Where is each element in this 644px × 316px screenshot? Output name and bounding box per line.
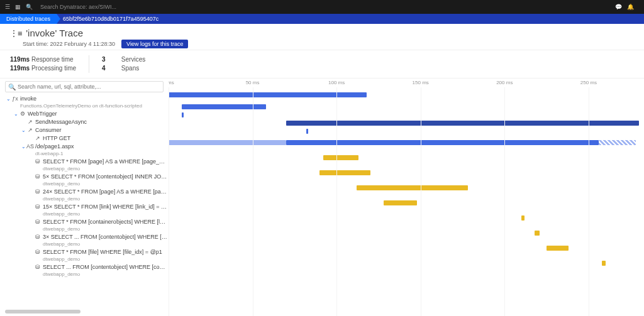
search-icon[interactable]: 🔍 — [26, 4, 33, 10]
span-node[interactable]: ⛁SELECT ... FROM [contentobject] WHERE [… — [5, 263, 169, 278]
axis-tick: 100 ms — [328, 80, 345, 85]
breadcrumb-trace[interactable]: 65bf2f5e6b710d8db0171f7a4595407c — [57, 14, 165, 24]
span-node[interactable]: ⌄⚙WebTrigger — [5, 110, 169, 118]
span-label: 5× SELECT * FROM [contentobject] INNER J… — [43, 173, 167, 180]
span-node[interactable]: ⛁5× SELECT * FROM [contentobject] INNER … — [5, 173, 169, 188]
span-label: SELECT ... FROM [contentobject] WHERE [c… — [43, 264, 167, 271]
gantt-row[interactable] — [169, 180, 644, 195]
gantt-row[interactable] — [169, 210, 644, 226]
span-label: HTTP GET — [43, 135, 70, 142]
span-sublabel: Functions.OpenTelemetryDemo on dt-functi… — [20, 102, 142, 109]
span-sublabel: dtwebapp_demo — [43, 195, 167, 202]
gantt-row[interactable] — [169, 256, 644, 271]
gantt-row[interactable] — [169, 127, 644, 135]
caret-icon[interactable]: ⌄ — [5, 95, 11, 102]
dashboard-icon[interactable]: ▦ — [15, 4, 21, 10]
breadcrumb: Distributed traces 65bf2f5e6b710d8db0171… — [0, 14, 644, 24]
gantt-row[interactable] — [169, 119, 644, 127]
trace-stats: 119ms Response time 119ms Processing tim… — [0, 50, 644, 79]
page-header: ⋮≡ 'invoke' Trace Start time: 2022 Febru… — [0, 24, 644, 50]
breadcrumb-root[interactable]: Distributed traces — [0, 14, 57, 24]
span-type-icon: ⛁ — [34, 204, 42, 210]
tree-scrollbar[interactable] — [5, 310, 169, 316]
caret-icon[interactable]: ⌄ — [20, 143, 26, 150]
span-node[interactable]: ↗SendMessageAsync — [5, 118, 169, 126]
gantt-bar[interactable] — [286, 121, 639, 126]
gantt-bar[interactable] — [169, 140, 286, 145]
gantt-row[interactable] — [169, 87, 644, 102]
page-title: 'invoke' Trace — [26, 28, 83, 38]
span-tree-panel: 🔍 ⌄ƒxinvokeFunctions.OpenTelemetryDemo o… — [0, 79, 169, 316]
start-time-value: 2022 February 4 11:28:30 — [50, 41, 116, 47]
start-time: Start time: 2022 February 4 11:28:30 — [23, 41, 115, 47]
span-node[interactable]: ⌄AS/de/page1.aspxdt-webapp-1 — [5, 143, 169, 158]
notifications-icon[interactable]: 🔔 — [627, 4, 634, 10]
caret-icon[interactable]: ⌄ — [20, 127, 26, 134]
gantt-row[interactable] — [169, 102, 644, 111]
response-time-value: 119ms — [10, 55, 30, 64]
gantt-bar[interactable] — [306, 129, 308, 134]
span-label: SELECT * FROM [containerobjects] WHERE [… — [43, 219, 167, 226]
breadcrumb-root-label: Distributed traces — [6, 16, 50, 22]
chat-icon[interactable]: 💬 — [615, 4, 622, 10]
span-label: SendMessageAsync — [35, 119, 87, 126]
gantt-row[interactable] — [169, 195, 644, 210]
span-type-icon: AS — [26, 143, 34, 150]
span-type-icon: ↗ — [34, 135, 42, 142]
span-label: Consumer — [35, 127, 62, 134]
span-label: invoke — [20, 95, 142, 102]
axis-tick: 50 ms — [246, 80, 260, 85]
global-search-placeholder[interactable]: Search Dynatrace: aex/SIWI... — [40, 4, 116, 10]
span-type-icon: ⛁ — [34, 249, 42, 256]
gantt-bar[interactable] — [599, 140, 636, 145]
span-node[interactable]: ⛁3× SELECT ... FROM [contentobject] WHER… — [5, 233, 169, 248]
gantt-bar[interactable] — [521, 215, 525, 221]
gantt-bar[interactable] — [547, 246, 569, 251]
gantt-bar[interactable] — [182, 104, 266, 109]
gantt-bar[interactable] — [602, 261, 605, 266]
span-search[interactable]: 🔍 — [5, 81, 164, 92]
gantt-bar[interactable] — [384, 200, 417, 205]
span-search-input[interactable] — [18, 84, 160, 90]
processing-time-label: Processing time — [31, 65, 76, 72]
gantt-row[interactable] — [169, 165, 644, 180]
services-value: 3 — [102, 55, 119, 64]
span-sublabel: dtwebapp_demo — [43, 165, 167, 172]
span-type-icon: ⚙ — [19, 111, 26, 117]
gantt-row[interactable] — [169, 111, 644, 119]
span-node[interactable]: ⛁24× SELECT * FROM [page] AS a WHERE [pa… — [5, 188, 169, 203]
span-type-icon: ⛁ — [34, 219, 42, 226]
span-node[interactable]: ⌄ƒxinvokeFunctions.OpenTelemetryDemo on … — [5, 95, 169, 110]
span-node[interactable]: ⌄↗Consumer — [5, 126, 169, 134]
span-node[interactable]: ⛁15× SELECT * FROM [link] WHERE [link_id… — [5, 203, 169, 218]
span-node[interactable]: ⛁SELECT * FROM [page] AS a WHERE [page_s… — [5, 158, 169, 173]
gantt-row[interactable] — [169, 135, 644, 150]
search-icon: 🔍 — [8, 84, 16, 90]
gantt-bar[interactable] — [182, 112, 184, 117]
gantt-bar[interactable] — [319, 170, 370, 175]
span-sublabel: dtwebapp_demo — [43, 256, 162, 263]
gantt-row[interactable] — [169, 241, 644, 256]
gantt-bar[interactable] — [286, 140, 599, 145]
span-node[interactable]: ↗HTTP GET — [5, 134, 169, 143]
span-type-icon: ⛁ — [34, 158, 42, 165]
spans-label: Spans — [121, 65, 139, 72]
processing-time-value: 119ms — [10, 64, 30, 73]
axis-tick: 0 ms — [169, 80, 174, 85]
gantt-row[interactable] — [169, 150, 644, 165]
span-sublabel: dtwebapp_demo — [43, 241, 167, 248]
axis-tick: 250 ms — [580, 80, 597, 85]
span-node[interactable]: ⛁SELECT * FROM [file] WHERE [file_idx] =… — [5, 248, 169, 263]
spans-value: 4 — [102, 64, 119, 73]
axis-tick: 150 ms — [413, 80, 429, 85]
caret-icon[interactable]: ⌄ — [13, 111, 19, 117]
gantt-bar[interactable] — [357, 185, 467, 190]
gantt-bar[interactable] — [535, 231, 540, 236]
menu-icon[interactable]: ☰ — [5, 4, 10, 10]
gantt-row[interactable] — [169, 226, 644, 241]
view-logs-button[interactable]: View logs for this trace — [121, 40, 188, 48]
span-sublabel: dtwebapp_demo — [43, 180, 167, 187]
gantt-bar[interactable] — [323, 155, 358, 160]
axis-tick: 200 ms — [496, 80, 513, 85]
span-node[interactable]: ⛁SELECT * FROM [containerobjects] WHERE … — [5, 218, 169, 233]
